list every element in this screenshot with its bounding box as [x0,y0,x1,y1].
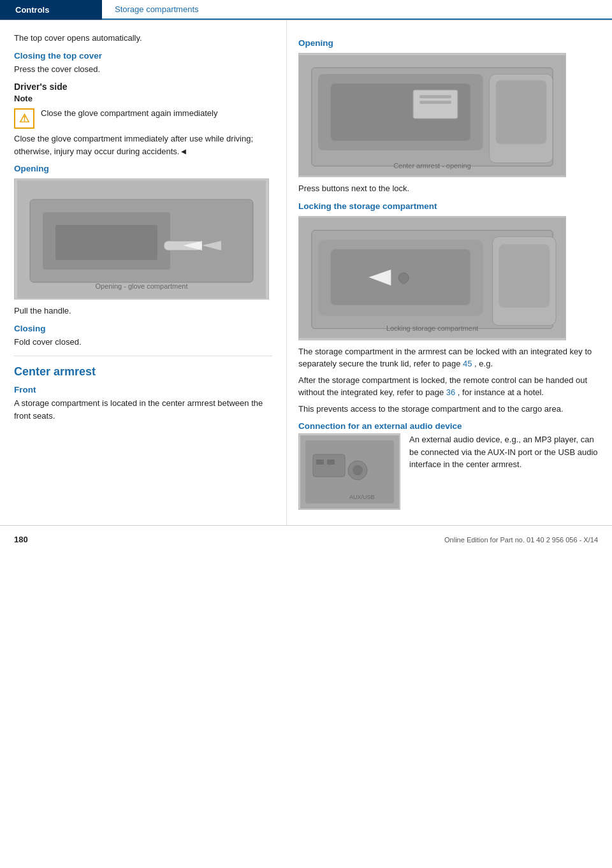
locking-body3: This prevents access to the storage comp… [298,403,598,416]
page-header: Controls Storage compartments [0,0,612,20]
press-buttons-text: Press buttons next to the lock. [298,182,598,195]
locking-body2-text: After the storage compartment is locked,… [298,375,587,398]
page-footer: 180 Online Edition for Part no. 01 40 2 … [0,525,612,551]
locking-image: Locking storage compartment [298,216,566,340]
center-armrest-heading: Center armrest [14,365,272,379]
fold-cover-text: Fold cover closed. [14,336,272,349]
svg-rect-18 [496,80,547,144]
svg-rect-13 [419,95,451,98]
armrest-open-svg: Center armrest - opening [299,55,565,176]
pull-handle-text: Pull the handle. [14,305,272,317]
note-body: Close the glove compartment again immedi… [41,107,217,120]
locking-link2[interactable]: 36 [446,387,455,397]
locking-body1-end: , e.g. [474,359,493,368]
connection-body: An external audio device, e.g., an MP3 p… [409,433,598,471]
front-text: A storage compartment is located in the … [14,397,272,422]
closing-top-cover-text: Press the cover closed. [14,63,272,76]
connection-section: AUX/USB An external audio device, e.g., … [298,433,598,514]
left-column: The top cover opens automatically. Closi… [0,20,287,525]
locking-link1[interactable]: 45 [463,359,472,368]
opening-image-right: Center armrest - opening [298,53,566,177]
front-heading: Front [14,385,272,394]
tab-controls[interactable]: Controls [0,0,102,20]
storage-tab-label: Storage compartments [115,4,199,14]
opening-heading-right: Opening [298,38,598,48]
svg-rect-28 [499,244,550,308]
opening-image-left: Opening - glove compartment [14,178,269,300]
connection-heading: Connection for an external audio device [298,421,598,431]
svg-rect-12 [413,90,458,119]
locking-body2: After the storage compartment is locked,… [298,374,598,399]
intro-text: The top cover opens automatically. [14,32,272,45]
section-divider [14,356,272,356]
locking-body1-text: The storage compartment in the armrest c… [298,347,592,369]
main-content: The top cover opens automatically. Closi… [0,20,612,525]
connection-svg: AUX/USB [300,435,399,509]
svg-rect-33 [316,459,324,465]
note-body2: Close the glove compartment immediately … [14,133,272,157]
page-number: 180 [14,535,28,544]
svg-text:Locking storage compartment: Locking storage compartment [386,324,478,332]
drivers-side-heading: Driver's side [14,82,272,92]
svg-rect-32 [313,454,345,477]
svg-text:Center armrest - opening: Center armrest - opening [393,161,471,169]
svg-rect-3 [55,225,157,260]
svg-rect-25 [402,278,405,284]
svg-rect-34 [327,459,335,465]
closing-heading: Closing [14,324,272,333]
svg-text:AUX/USB: AUX/USB [349,494,375,500]
tab-storage[interactable]: Storage compartments [102,0,612,20]
right-column: Opening Center armrest - opening [287,20,612,525]
connection-image: AUX/USB [298,433,400,510]
locking-svg: Locking storage compartment [299,217,565,338]
svg-text:Opening - glove compartment: Opening - glove compartment [96,282,188,290]
opening-heading-left: Opening [14,164,272,173]
opening-image-svg: Opening - glove compartment [17,180,266,298]
closing-top-cover-heading: Closing the top cover [14,51,272,61]
locking-heading: Locking the storage compartment [298,201,598,211]
svg-point-36 [353,465,363,475]
locking-body2-end: , for instance at a hotel. [458,387,544,397]
locking-body1: The storage compartment in the armrest c… [298,345,598,370]
note-box: ⚠ Close the glove compartment again imme… [14,107,272,129]
note-label: Note [14,94,272,103]
warning-icon: ⚠ [14,108,34,129]
controls-tab-label: Controls [15,5,49,15]
svg-rect-14 [419,101,451,104]
footer-text: Online Edition for Part no. 01 40 2 956 … [444,536,598,544]
